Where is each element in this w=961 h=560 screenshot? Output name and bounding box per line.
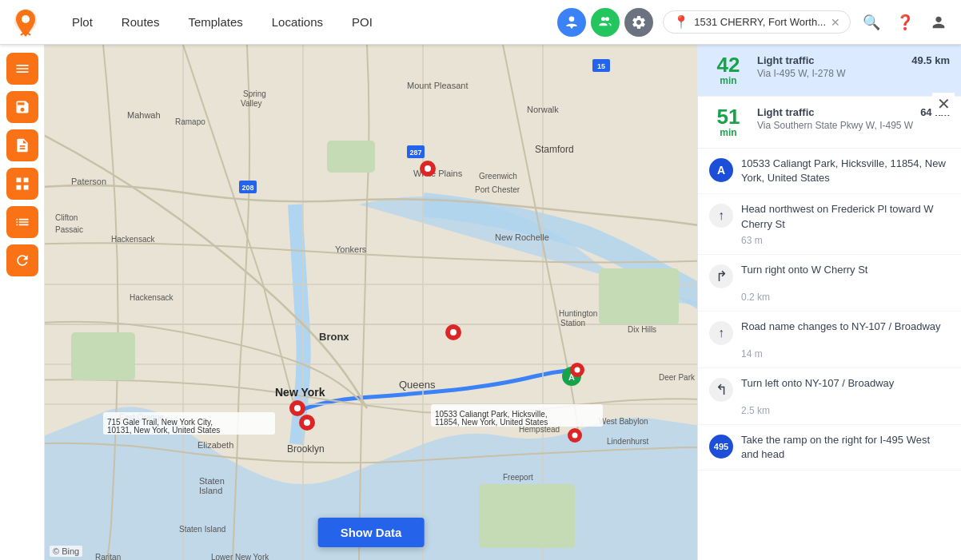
step-4-text: Turn left onto NY-107 / Broadway — [741, 376, 950, 391]
show-data-button[interactable]: Show Data — [318, 518, 425, 547]
route-via-2: Via Southern State Pkwy W, I-495 W — [757, 120, 950, 131]
step-2-distance: 0.2 km — [741, 292, 950, 303]
route-distance-1: 49.5 km — [911, 54, 950, 66]
svg-point-2 — [569, 16, 575, 22]
svg-text:Freeport: Freeport — [503, 473, 533, 482]
menu-button[interactable] — [6, 53, 38, 85]
route-time-unit-1: min — [720, 75, 736, 86]
top-nav: Plot Routes Templates Locations POI 📍 15… — [0, 0, 961, 45]
svg-text:11854, New York, United States: 11854, New York, United States — [435, 418, 548, 427]
person-pin-button[interactable] — [557, 8, 586, 37]
nav-locations[interactable]: Locations — [257, 0, 337, 45]
svg-text:Norwalk: Norwalk — [527, 105, 559, 114]
step-1-text: Head northwest on Frederick Pl toward W … — [741, 202, 950, 231]
sidebar — [0, 45, 45, 560]
direction-step-start: A 10533 Caliangt Park, Hicksville, 11854… — [698, 149, 961, 194]
svg-text:Valley: Valley — [241, 99, 262, 108]
svg-text:Deer Park: Deer Park — [659, 373, 696, 382]
svg-text:Lower New York: Lower New York — [211, 553, 269, 560]
svg-point-79 — [575, 367, 580, 373]
svg-text:Elizabeth: Elizabeth — [197, 440, 233, 450]
svg-text:Clifton: Clifton — [55, 213, 78, 222]
step-1-distance: 63 m — [741, 235, 950, 246]
step-start-icon: A — [709, 158, 733, 182]
svg-point-75 — [304, 419, 310, 426]
route-option-2[interactable]: 51 min Light traffic 64 km Via Southern … — [698, 97, 961, 149]
direction-step-1: ↑ Head northwest on Frederick Pl toward … — [698, 194, 961, 254]
panel-close-button[interactable]: ✕ — [932, 93, 955, 115]
route-time-number-1: 42 — [717, 54, 740, 75]
step-4-distance: 2.5 km — [741, 405, 950, 416]
nav-routes[interactable]: Routes — [107, 0, 174, 45]
svg-point-81 — [572, 433, 578, 439]
svg-point-73 — [294, 405, 301, 411]
step-2-icon: ↱ — [709, 264, 733, 288]
app-logo[interactable] — [10, 6, 42, 38]
svg-rect-14 — [71, 332, 135, 380]
svg-text:10131, New York, United States: 10131, New York, United States — [107, 426, 220, 435]
svg-text:Raritan: Raritan — [95, 553, 121, 560]
route-via-1: Via I-495 W, I-278 W — [757, 68, 950, 79]
svg-text:Staten Island: Staten Island — [179, 525, 225, 534]
step-2-text: Turn right onto W Cherry St — [741, 263, 950, 277]
svg-text:Queens: Queens — [399, 379, 436, 391]
svg-point-4 — [605, 17, 609, 21]
step-4-icon: ↰ — [709, 378, 733, 402]
svg-text:Mahwah: Mahwah — [127, 110, 161, 120]
route-time-2: 51 min — [709, 106, 748, 138]
svg-text:West Babylon: West Babylon — [599, 417, 648, 426]
svg-text:15: 15 — [597, 62, 605, 70]
svg-text:Stamford: Stamford — [535, 144, 574, 155]
svg-text:Island: Island — [199, 486, 222, 495]
refresh-button[interactable] — [6, 244, 38, 276]
svg-text:New Rochelle: New Rochelle — [495, 232, 549, 242]
svg-rect-17 — [479, 484, 575, 548]
svg-text:Bronx: Bronx — [319, 331, 349, 343]
settings-button[interactable] — [624, 8, 653, 37]
step-5-text: Take the ramp on the right for I-495 Wes… — [741, 433, 950, 462]
direction-step-2: ↱ Turn right onto W Cherry St 0.2 km — [698, 255, 961, 312]
list-button[interactable] — [6, 206, 38, 238]
nav-templates[interactable]: Templates — [173, 0, 257, 45]
nav-action-icons: 🔍 ❓ — [859, 10, 951, 35]
route-option-1[interactable]: 42 min Light traffic 49.5 km Via I-495 W… — [698, 45, 961, 97]
direction-step-4: ↰ Turn left onto NY-107 / Broadway 2.5 k… — [698, 368, 961, 425]
svg-text:Yonkers: Yonkers — [335, 244, 367, 254]
address-text: 1531 CHERRY, Fort Worth... — [694, 16, 826, 28]
address-pin-icon: 📍 — [673, 14, 689, 30]
svg-text:Brooklyn: Brooklyn — [287, 443, 325, 455]
svg-text:Paterson: Paterson — [71, 177, 106, 186]
document-button[interactable] — [6, 129, 38, 161]
svg-text:Mount Pleasant: Mount Pleasant — [407, 81, 468, 90]
svg-text:Ramapo: Ramapo — [175, 117, 205, 126]
nav-icon-buttons — [557, 8, 653, 37]
svg-text:Dix Hills: Dix Hills — [628, 325, 656, 334]
grid-button[interactable] — [6, 168, 38, 200]
search-icon[interactable]: 🔍 — [859, 10, 884, 35]
map-container[interactable]: Mahwah Spring Valley Mount Pleasant Norw… — [45, 45, 697, 560]
nav-links: Plot Routes Templates Locations POI — [58, 0, 548, 45]
route-traffic-1: Light traffic — [757, 54, 815, 66]
svg-text:Greenwich: Greenwich — [479, 172, 517, 181]
route-time-unit-2: min — [720, 127, 736, 138]
account-icon[interactable] — [926, 10, 951, 35]
svg-text:Port Chester: Port Chester — [475, 185, 520, 194]
svg-text:Station: Station — [560, 319, 585, 328]
step-3-distance: 14 m — [741, 348, 950, 359]
svg-text:Huntington: Huntington — [559, 309, 597, 318]
route-info-2: Light traffic 64 km Via Southern State P… — [757, 106, 950, 138]
svg-text:287: 287 — [409, 149, 421, 157]
svg-point-69 — [425, 165, 431, 172]
main-content: Mahwah Spring Valley Mount Pleasant Norw… — [0, 45, 961, 560]
group-button[interactable] — [591, 8, 620, 37]
address-clear-icon[interactable]: ✕ — [831, 16, 840, 29]
step-3-text: Road name changes to NY-107 / Broadway — [741, 320, 950, 334]
svg-text:Hackensack: Hackensack — [111, 235, 155, 244]
help-icon[interactable]: ❓ — [892, 10, 918, 35]
nav-poi[interactable]: POI — [337, 0, 387, 45]
nav-plot[interactable]: Plot — [58, 0, 107, 45]
address-bar[interactable]: 📍 1531 CHERRY, Fort Worth... ✕ — [663, 10, 851, 34]
save-button[interactable] — [6, 91, 38, 123]
right-panel: ✕ 42 min Light traffic 49.5 km Via I-495… — [697, 45, 961, 560]
svg-text:Spring: Spring — [243, 89, 266, 98]
